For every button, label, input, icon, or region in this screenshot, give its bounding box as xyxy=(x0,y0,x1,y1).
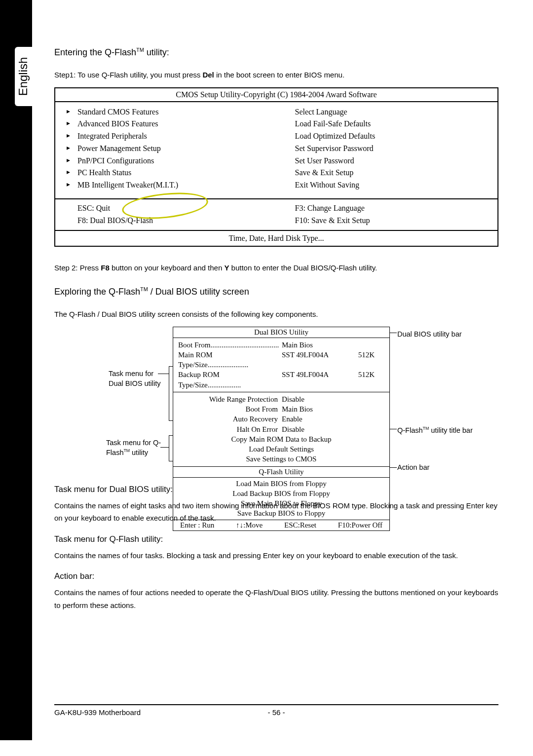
row-val: SST 49LF004A xyxy=(282,370,341,390)
bios-col-right: Select Language Load Fail-Safe Defaults … xyxy=(280,102,498,199)
utility-box: Dual BIOS Utility Boot From.............… xyxy=(173,327,390,531)
tm-icon: TM xyxy=(123,448,130,453)
row-sz xyxy=(341,340,384,350)
callout-right3: Action bar xyxy=(397,462,429,472)
section2-title-suf: / Dual BIOS utility screen xyxy=(148,287,249,297)
qflash-title: Q-Flash Utility xyxy=(173,467,389,478)
qflash-task: Load Backup BIOS from Floppy xyxy=(173,489,389,498)
task-val: Main Bios xyxy=(282,404,341,414)
bios-item: Advanced BIOS Features xyxy=(77,118,270,130)
connector-line xyxy=(169,366,173,367)
bios-columns: Standard CMOS Features Advanced BIOS Fea… xyxy=(55,102,497,200)
callout-right2-suf: utility title bar xyxy=(429,426,473,434)
bios-item: Load Fail-Safe Defaults xyxy=(295,118,488,130)
row-lbl: Boot From...............................… xyxy=(178,340,282,350)
callout-left2-suf: utility xyxy=(130,449,148,456)
row-sz: 512K xyxy=(341,350,384,370)
connector-line xyxy=(169,461,173,461)
footer-page: - 56 - xyxy=(267,708,285,717)
action-item: ↑↓:Move xyxy=(236,521,263,529)
bios-item: MB Intelligent Tweaker(M.I.T.) xyxy=(77,179,270,191)
tm-icon: TM xyxy=(423,426,429,431)
section2-title-pre: Exploring the Q-Flash xyxy=(54,287,140,297)
callout-right2: Q-FlashTM utility title bar xyxy=(397,425,476,435)
connector-line xyxy=(169,420,173,421)
bios-title: CMOS Setup Utility-Copyright (C) 1984-20… xyxy=(55,88,497,102)
section3-h3: Action bar: xyxy=(54,571,498,581)
bios-bottom: Time, Date, Hard Disk Type... xyxy=(55,230,497,246)
step2-k2: Y xyxy=(224,264,229,272)
row-val: Main Bios xyxy=(282,340,341,350)
bios-footer-left: ESC: Quit F8: Dual BIOS/Q-Flash xyxy=(55,199,280,230)
bios-footer-right: F3: Change Language F10: Save & Exit Set… xyxy=(280,199,498,230)
action-bar-row: Enter : Run ↑↓:Move ESC:Reset F10:Power … xyxy=(173,520,389,530)
task-center: Copy Main ROM Data to Backup xyxy=(178,434,384,444)
callout-right2-pre: Q-Flash xyxy=(397,426,423,434)
callout-right1: Dual BIOS utility bar xyxy=(397,329,462,339)
step1-pre: Step1: To use Q-Flash utility, you must … xyxy=(54,71,202,79)
bios-item: Set Supervisor Password xyxy=(295,143,488,155)
qflash-tasks: Load Main BIOS from Floppy Load Backup B… xyxy=(173,478,389,520)
section1-title-suf: utility: xyxy=(144,47,169,57)
bios-item: Select Language xyxy=(295,106,488,118)
footer-left: GA-K8U-939 Motherboard xyxy=(54,708,141,717)
page-content: Entering the Q-FlashTM utility: Step1: T… xyxy=(54,0,498,611)
qflash-task: Load Main BIOS from Floppy xyxy=(173,479,389,489)
row-val: SST 49LF004A xyxy=(282,350,341,370)
connector-line xyxy=(169,435,173,436)
qflash-task: Save Backup BIOS to Floppy xyxy=(173,508,389,518)
task-val: Enable xyxy=(282,414,341,424)
language-tab: English xyxy=(15,47,32,106)
task-lbl: Boot From xyxy=(178,404,282,414)
step2-post: button to enter the Dual BIOS/Q-Flash ut… xyxy=(229,264,377,272)
dual-bios-diagram: Dual BIOS Utility Boot From.............… xyxy=(54,327,498,475)
tm-icon: TM xyxy=(136,47,144,53)
connector-line xyxy=(390,467,397,468)
section3-p3: Contains the names of four actions neede… xyxy=(54,586,498,611)
bios-item: Integrated Peripherals xyxy=(77,130,270,143)
task-lbl: Auto Recovery xyxy=(178,414,282,424)
task-lbl: Halt On Error xyxy=(178,424,282,434)
bios-item: PC Health Status xyxy=(77,167,270,179)
connector-line xyxy=(169,366,169,420)
action-item: Enter : Run xyxy=(180,521,214,529)
bios-footer-item: F8: Dual BIOS/Q-Flash xyxy=(77,215,270,227)
section1-title-pre: Entering the Q-Flash xyxy=(54,47,136,57)
bios-item: Exit Without Saving xyxy=(295,179,488,191)
connector-line xyxy=(160,447,169,448)
bios-col-left: Standard CMOS Features Advanced BIOS Fea… xyxy=(55,102,280,199)
section2-para: The Q-Flash / Dual BIOS utility screen c… xyxy=(54,308,498,321)
callout-left2: Task menu for Q-FlashTM utility xyxy=(106,438,170,458)
bios-item: Set User Password xyxy=(295,155,488,167)
row-lbl: Main ROM Type/Size...................... xyxy=(178,350,282,370)
task-val: Disable xyxy=(282,424,341,434)
action-item: ESC:Reset xyxy=(284,521,316,529)
task-rows: Wide Range ProtectionDisable Boot FromMa… xyxy=(173,392,389,467)
tm-icon: TM xyxy=(140,286,148,292)
bios-item: Load Optimized Defaults xyxy=(295,130,488,143)
language-label: English xyxy=(17,57,31,96)
step1-key: Del xyxy=(202,71,214,79)
qflash-task: Save Main BIOS to Floppy xyxy=(173,498,389,508)
sidebar-black xyxy=(0,0,32,740)
step2-mid: button on your keyboard and then xyxy=(110,264,225,272)
bios-footer-item: F10: Save & Exit Setup xyxy=(295,215,488,227)
bios-menu-box: CMOS Setup Utility-Copyright (C) 1984-20… xyxy=(54,87,498,247)
row-sz: 512K xyxy=(341,370,384,390)
info-rows: Boot From...............................… xyxy=(173,338,389,392)
bios-item: PnP/PCI Configurations xyxy=(77,155,270,167)
action-item: F10:Power Off xyxy=(338,521,382,529)
dual-bios-title: Dual BIOS Utility xyxy=(173,327,389,338)
step2-k1: F8 xyxy=(101,264,110,272)
row-lbl: Backup ROM Type/Size.................. xyxy=(178,370,282,390)
step1-post: in the boot screen to enter BIOS menu. xyxy=(214,71,344,79)
task-center: Save Settings to CMOS xyxy=(178,454,384,464)
connector-line xyxy=(390,333,397,333)
section3-h2: Task menu for Q-Flash utility: xyxy=(54,534,498,544)
task-center: Load Default Settings xyxy=(178,444,384,454)
bios-footer-item: F3: Change Language xyxy=(295,202,488,215)
page-footer: GA-K8U-939 Motherboard - 56 - xyxy=(54,704,498,717)
bios-footer-item: ESC: Quit xyxy=(77,202,270,215)
connector-line xyxy=(169,435,169,461)
bios-footer: ESC: Quit F8: Dual BIOS/Q-Flash F3: Chan… xyxy=(55,199,497,230)
